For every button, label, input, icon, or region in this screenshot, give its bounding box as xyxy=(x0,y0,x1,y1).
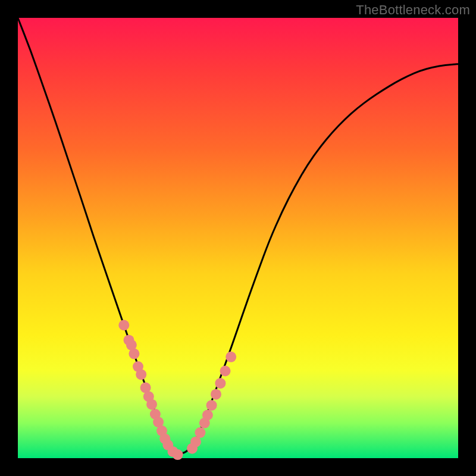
scatter-dots xyxy=(118,320,236,461)
scatter-dot xyxy=(136,369,146,380)
scatter-dot xyxy=(173,449,183,460)
plot-area xyxy=(18,18,458,458)
scatter-dot xyxy=(126,340,137,350)
chart-svg xyxy=(18,18,458,458)
scatter-dot xyxy=(226,352,236,362)
scatter-dot xyxy=(202,410,213,421)
scatter-dot xyxy=(195,427,205,438)
scatter-dot xyxy=(190,437,201,447)
curve-line xyxy=(18,18,458,453)
curve-path xyxy=(18,18,458,453)
scatter-dot xyxy=(211,389,221,400)
scatter-dot xyxy=(215,378,226,389)
scatter-dot xyxy=(118,320,129,331)
chart-frame: TheBottleneck.com xyxy=(0,0,476,476)
scatter-dot xyxy=(206,400,217,411)
scatter-dot xyxy=(146,399,157,410)
scatter-dot xyxy=(220,366,231,377)
watermark-text: TheBottleneck.com xyxy=(356,2,470,18)
